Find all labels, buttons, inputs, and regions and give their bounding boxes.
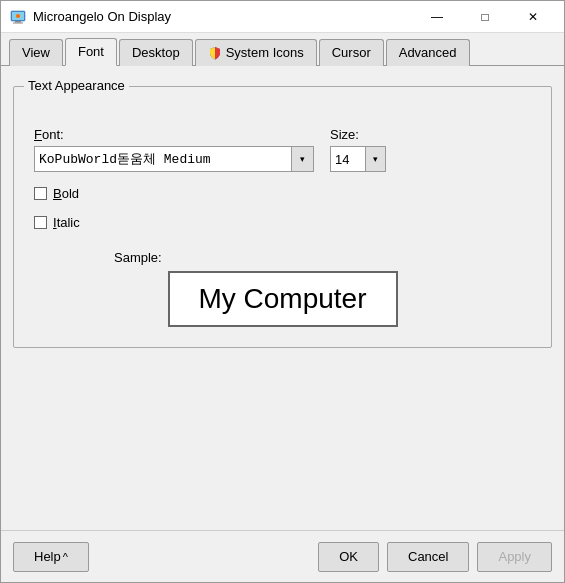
window-title: Microangelo On Display [33,9,414,24]
svg-rect-3 [13,22,23,23]
sample-label: Sample: [114,250,162,265]
cancel-button[interactable]: Cancel [387,542,469,572]
tab-desktop[interactable]: Desktop [119,39,193,66]
font-field-container: Font: ▾ [34,127,314,172]
tab-content: Text Appearance Font: ▾ Size: [1,66,564,530]
font-label: Font: [34,127,314,142]
italic-label[interactable]: Italic [53,215,80,230]
size-input[interactable] [331,152,365,167]
svg-point-4 [16,14,20,18]
italic-row: Italic [34,215,531,230]
tab-cursor[interactable]: Cursor [319,39,384,66]
sample-box: My Computer [168,271,398,327]
text-appearance-group: Text Appearance Font: ▾ Size: [13,86,552,348]
main-window: Microangelo On Display — □ ✕ View Font D… [0,0,565,583]
svg-rect-2 [15,21,21,23]
tab-view[interactable]: View [9,39,63,66]
bold-checkbox[interactable] [34,187,47,200]
maximize-button[interactable]: □ [462,1,508,33]
group-box-title: Text Appearance [24,78,129,93]
font-size-row: Font: ▾ Size: ▾ [34,127,531,172]
font-select-wrapper[interactable]: ▾ [34,146,314,172]
window-controls: — □ ✕ [414,1,556,33]
size-select-wrapper[interactable]: ▾ [330,146,386,172]
font-dropdown-button[interactable]: ▾ [291,147,313,171]
title-bar: Microangelo On Display — □ ✕ [1,1,564,33]
size-field-container: Size: ▾ [330,127,386,172]
bold-row: Bold [34,186,531,201]
size-label: Size: [330,127,386,142]
size-dropdown-button[interactable]: ▾ [365,147,385,171]
footer: Help ^ OK Cancel Apply [1,530,564,582]
tab-bar: View Font Desktop System Icons Cursor Ad… [1,33,564,66]
shield-icon [208,46,222,60]
tab-advanced[interactable]: Advanced [386,39,470,66]
close-button[interactable]: ✕ [510,1,556,33]
ok-button[interactable]: OK [318,542,379,572]
help-caret: ^ [63,551,68,563]
minimize-button[interactable]: — [414,1,460,33]
apply-button[interactable]: Apply [477,542,552,572]
help-button[interactable]: Help ^ [13,542,89,572]
font-input[interactable] [35,152,291,167]
tab-font[interactable]: Font [65,38,117,66]
app-icon [9,8,27,26]
italic-checkbox[interactable] [34,216,47,229]
sample-area: Sample: My Computer [34,250,531,327]
bold-label[interactable]: Bold [53,186,79,201]
tab-system-icons[interactable]: System Icons [195,39,317,66]
